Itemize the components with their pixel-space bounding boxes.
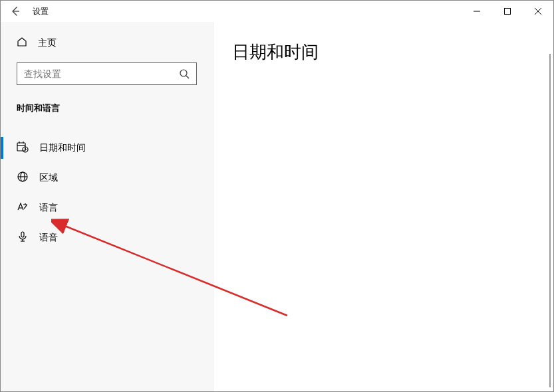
close-button[interactable] (523, 1, 553, 22)
section-title: 时间和语言 (1, 90, 213, 120)
nav-item-label: 语音 (39, 232, 58, 244)
svg-point-4 (180, 70, 187, 76)
svg-rect-15 (21, 232, 24, 237)
search-box[interactable] (17, 62, 197, 85)
titlebar: 设置 (1, 1, 553, 22)
page-title: 日期和时间 (232, 41, 553, 64)
calendar-clock-icon (17, 141, 29, 155)
search-input[interactable] (24, 68, 179, 79)
svg-line-5 (186, 76, 189, 78)
home-label: 主页 (38, 37, 57, 49)
nav-item-region[interactable]: 区域 (1, 163, 213, 193)
content-area: 日期和时间 (213, 22, 553, 391)
search-icon (179, 68, 190, 79)
back-button[interactable] (1, 1, 30, 22)
nav-item-datetime[interactable]: 日期和时间 (1, 133, 213, 163)
nav-item-label: 语言 (39, 202, 58, 214)
home-link[interactable]: 主页 (1, 31, 213, 54)
home-icon (17, 37, 27, 49)
body-area: 主页 时间和语言 (1, 22, 553, 391)
settings-window: 设置 主页 (0, 0, 554, 392)
language-icon (17, 201, 29, 215)
svg-rect-1 (505, 9, 511, 15)
nav-item-speech[interactable]: 语音 (1, 223, 213, 252)
maximize-button[interactable] (492, 1, 523, 22)
window-title: 设置 (33, 6, 49, 17)
sidebar: 主页 时间和语言 (1, 22, 213, 391)
minimize-button[interactable] (462, 1, 492, 22)
scrollbar[interactable] (549, 54, 551, 387)
nav-item-label: 区域 (39, 172, 58, 184)
nav-item-label: 日期和时间 (39, 142, 86, 154)
microphone-icon (17, 231, 29, 245)
nav-item-language[interactable]: 语言 (1, 193, 213, 223)
window-controls (462, 1, 553, 22)
nav-list: 日期和时间 区域 (1, 133, 213, 252)
globe-icon (17, 171, 29, 185)
